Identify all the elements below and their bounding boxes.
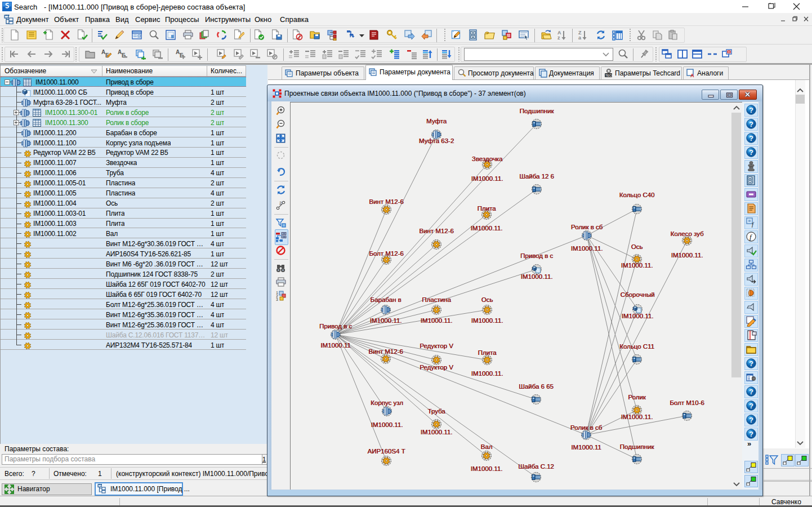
svg-text:Редуктор V: Редуктор V — [420, 364, 453, 371]
svg-text:?: ? — [749, 388, 753, 396]
svg-text:TECH: TECH — [605, 74, 613, 77]
svg-text:Кольцо С11: Кольцо С11 — [619, 343, 654, 350]
svg-text:Муфта: Муфта — [426, 118, 447, 124]
svg-text:Ось: Ось — [631, 243, 643, 250]
svg-text:IM1000.11.: IM1000.11. — [521, 273, 553, 280]
svg-text:IM1000.11: IM1000.11 — [571, 444, 601, 451]
svg-text:Корпус узл: Корпус узл — [371, 399, 403, 406]
svg-text:IM1000.11.: IM1000.11. — [621, 262, 653, 269]
svg-text:Муфта 63-2: Муфта 63-2 — [419, 137, 454, 144]
svg-text:Кольцо С40: Кольцо С40 — [619, 192, 655, 198]
svg-text:Плита: Плита — [478, 349, 497, 356]
svg-text:IM1000.11.: IM1000.11. — [471, 225, 503, 232]
svg-text:Привод в с: Привод в с — [520, 252, 553, 259]
svg-text:Труба: Труба — [427, 408, 445, 415]
svg-text:IM1000.11.: IM1000.11. — [471, 465, 503, 472]
svg-text:?: ? — [749, 135, 753, 143]
svg-text:Подшипник: Подшипник — [620, 443, 655, 450]
svg-text:IM1000.11.: IM1000.11. — [370, 317, 402, 324]
svg-text:Шайба С.12: Шайба С.12 — [518, 463, 554, 470]
svg-text:?: ? — [749, 121, 753, 128]
svg-text:Плита: Плита — [478, 205, 497, 212]
svg-text:IM1000.11.: IM1000.11. — [371, 421, 403, 428]
svg-text:IM1000.11.: IM1000.11. — [471, 175, 503, 182]
svg-text:Подшипник: Подшипник — [520, 108, 555, 114]
svg-text:?: ? — [749, 106, 753, 114]
svg-text:?: ? — [749, 430, 753, 438]
svg-text:Колесо зуб: Колесо зуб — [670, 230, 703, 237]
svg-text:Ролик в сб: Ролик в сб — [570, 424, 603, 431]
svg-text:?: ? — [749, 416, 753, 424]
svg-text:АИР160S4 Т: АИР160S4 Т — [367, 448, 405, 455]
svg-text:z: z — [557, 35, 560, 41]
svg-text:Звездочка: Звездочка — [472, 155, 503, 162]
svg-text:IM1000.11: IM1000.11 — [320, 342, 351, 349]
svg-text:IM1000.11.: IM1000.11. — [421, 317, 453, 324]
svg-text:Болт М12-6: Болт М12-6 — [369, 250, 403, 257]
svg-text:IM1000.11.: IM1000.11. — [421, 429, 453, 435]
svg-text:Винт М12-6: Винт М12-6 — [369, 198, 404, 205]
svg-text:IM1000.11.: IM1000.11. — [471, 317, 503, 324]
svg-text:Вал: Вал — [481, 443, 493, 450]
svg-text:A: A — [690, 73, 694, 78]
svg-text:Болт М10-6: Болт М10-6 — [670, 399, 704, 406]
svg-text:а: а — [578, 35, 582, 41]
svg-text:2: 2 — [279, 201, 282, 206]
svg-text:IM1000.11.: IM1000.11. — [622, 313, 654, 319]
svg-text:Винт М12-6: Винт М12-6 — [419, 228, 454, 234]
svg-text:Винт М12-6: Винт М12-6 — [368, 348, 403, 355]
svg-text:Редуктор V: Редуктор V — [420, 343, 453, 349]
svg-text:Пластина: Пластина — [422, 296, 451, 303]
svg-text:Шайба 12 6: Шайба 12 6 — [519, 173, 554, 180]
svg-text:?: ? — [749, 402, 753, 410]
svg-text:3: 3 — [276, 298, 278, 301]
svg-text:?: ? — [749, 149, 753, 157]
svg-text:Ролик: Ролик — [628, 394, 646, 401]
svg-text:IM1000.11.: IM1000.11. — [671, 252, 703, 259]
svg-text:IM1000.11.: IM1000.11. — [621, 413, 653, 420]
svg-text:Привод в с: Привод в с — [319, 323, 352, 330]
svg-text:Ролик в сб: Ролик в сб — [571, 224, 603, 230]
svg-text:Шайба 6 65: Шайба 6 65 — [519, 383, 554, 390]
svg-text:Сборочный: Сборочный — [621, 291, 655, 298]
svg-text:IM1000.11.: IM1000.11. — [571, 245, 603, 252]
svg-text:IM1000.11.: IM1000.11. — [471, 370, 503, 377]
svg-text:?: ? — [749, 360, 753, 368]
svg-text:Ось: Ось — [481, 296, 493, 303]
svg-text:f: f — [752, 221, 755, 228]
svg-text:Барабан в: Барабан в — [370, 296, 401, 303]
